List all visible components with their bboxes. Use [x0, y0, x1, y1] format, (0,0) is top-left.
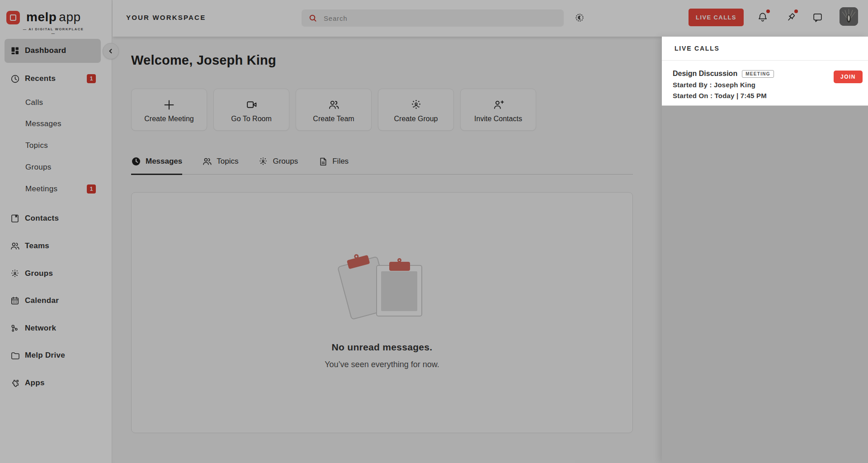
call-type-badge: MEETING	[742, 70, 774, 78]
live-call-item: Design Discussion MEETING Started By : J…	[662, 61, 868, 99]
join-call-button[interactable]: JOIN	[834, 71, 863, 83]
live-calls-header: LIVE CALLS	[662, 37, 868, 61]
call-title: Design Discussion	[673, 70, 737, 78]
live-calls-panel: LIVE CALLS Design Discussion MEETING Sta…	[662, 37, 868, 463]
call-started-on: Started On : Today | 7:45 PM	[673, 92, 868, 99]
app-root: melpapp — AI DIGITAL WORKPLACE — Dashboa…	[0, 0, 868, 463]
live-calls-card: LIVE CALLS Design Discussion MEETING Sta…	[662, 37, 868, 106]
